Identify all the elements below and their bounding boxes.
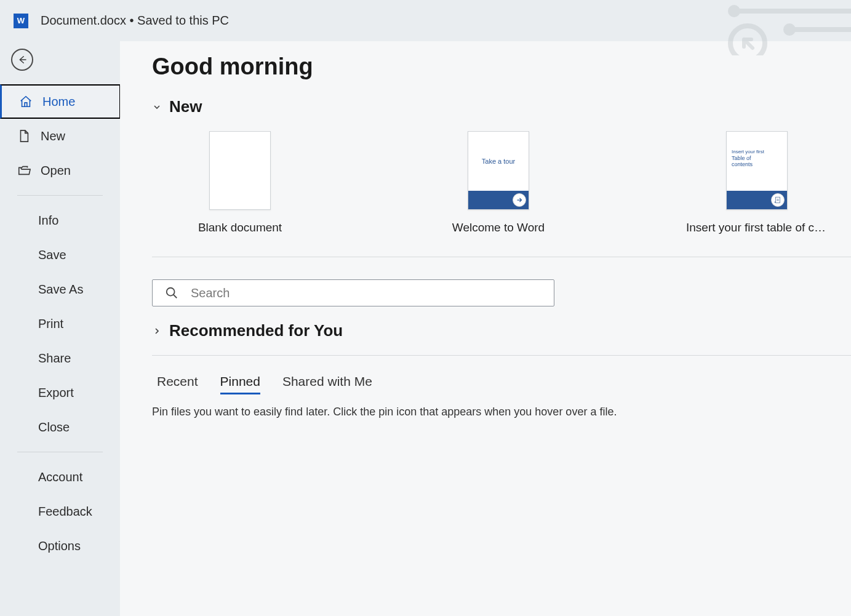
title-bar: W Document.docx • Saved to this PC — [0, 0, 851, 41]
decorative-lines-icon — [666, 0, 851, 55]
sidebar-item-open[interactable]: Open — [0, 153, 120, 188]
new-document-icon — [17, 129, 31, 143]
chevron-down-icon — [152, 102, 162, 112]
document-tabs: Recent Pinned Shared with Me — [152, 374, 851, 394]
sidebar-item-label: Close — [38, 420, 70, 434]
folder-open-icon — [17, 164, 31, 177]
word-app-icon: W — [14, 14, 28, 28]
sidebar-item-home[interactable]: Home — [0, 84, 121, 119]
main-content: Good morning New Blank document — [120, 41, 851, 616]
backstage-sidebar: Home New Open Info Save Save As Print Sh… — [0, 41, 120, 616]
template-blank-document[interactable]: Blank document — [169, 131, 311, 234]
new-section-toggle[interactable]: New — [152, 97, 851, 116]
sidebar-item-info[interactable]: Info — [0, 203, 120, 238]
template-thumb-text: contents — [732, 161, 782, 168]
document-title: Document.docx • Saved to this PC — [41, 14, 229, 28]
recommended-section-toggle[interactable]: Recommended for You — [152, 321, 851, 340]
tab-label: Shared with Me — [282, 374, 372, 388]
template-table-of-contents[interactable]: Insert your first Table of contents Inse… — [686, 131, 828, 234]
sidebar-item-account[interactable]: Account — [0, 460, 120, 494]
template-label: Insert your first table of co… — [686, 221, 828, 234]
section-divider — [152, 355, 851, 356]
sidebar-item-options[interactable]: Options — [0, 529, 120, 563]
sidebar-item-print[interactable]: Print — [0, 306, 120, 341]
arrow-left-icon — [17, 54, 28, 65]
sidebar-item-label: Options — [38, 539, 81, 553]
template-thumb-text: Table of — [732, 155, 782, 162]
chevron-right-icon — [152, 326, 162, 336]
sidebar-item-label: Open — [41, 164, 71, 178]
sidebar-item-label: Print — [38, 317, 63, 331]
sidebar-item-close[interactable]: Close — [0, 410, 120, 444]
sidebar-item-label: Account — [38, 470, 82, 484]
template-label: Welcome to Word — [452, 221, 545, 234]
sidebar-item-label: Export — [38, 386, 74, 400]
search-input[interactable] — [191, 286, 541, 300]
svg-point-6 — [167, 288, 175, 296]
document-arrow-icon — [771, 193, 785, 207]
template-thumb-text: Take a tour — [468, 132, 529, 191]
tab-label: Pinned — [220, 374, 260, 388]
sidebar-item-label: Save As — [38, 282, 83, 297]
template-welcome-to-word[interactable]: Take a tour Welcome to Word — [428, 131, 569, 234]
back-button[interactable] — [11, 49, 33, 71]
sidebar-divider — [17, 195, 103, 196]
arrow-right-circle-icon — [513, 193, 526, 207]
sidebar-item-feedback[interactable]: Feedback — [0, 494, 120, 529]
svg-line-7 — [174, 295, 177, 298]
home-icon — [19, 95, 33, 108]
tab-shared-with-me[interactable]: Shared with Me — [282, 374, 372, 394]
sidebar-item-save-as[interactable]: Save As — [0, 272, 120, 306]
sidebar-item-share[interactable]: Share — [0, 341, 120, 375]
sidebar-item-label: Info — [38, 214, 58, 228]
sidebar-item-export[interactable]: Export — [0, 375, 120, 410]
pinned-empty-hint: Pin files you want to easily find later.… — [152, 406, 851, 418]
sidebar-item-new[interactable]: New — [0, 119, 120, 153]
template-thumbnail: Take a tour — [468, 131, 529, 210]
sidebar-item-label: Share — [38, 351, 71, 366]
tab-label: Recent — [157, 374, 198, 388]
word-app-letter: W — [17, 16, 25, 25]
section-divider — [152, 257, 851, 257]
tab-pinned[interactable]: Pinned — [220, 374, 260, 394]
recommended-heading: Recommended for You — [169, 321, 343, 340]
greeting-heading: Good morning — [152, 54, 851, 80]
search-icon — [165, 286, 178, 300]
svg-rect-5 — [776, 197, 780, 202]
sidebar-item-save[interactable]: Save — [0, 238, 120, 272]
sidebar-item-label: Feedback — [38, 505, 92, 519]
sidebar-item-label: Save — [38, 248, 66, 262]
template-thumb-text: Insert your first — [732, 149, 782, 155]
tab-recent[interactable]: Recent — [157, 374, 198, 394]
template-label: Blank document — [198, 221, 282, 234]
template-gallery: Blank document Take a tour Welco — [152, 131, 851, 234]
template-thumbnail: Insert your first Table of contents — [726, 131, 788, 210]
sidebar-item-label: Home — [42, 95, 75, 109]
sidebar-divider — [17, 452, 103, 452]
search-box[interactable] — [152, 279, 554, 306]
new-section-heading: New — [169, 97, 202, 116]
template-thumbnail — [209, 131, 271, 210]
sidebar-item-label: New — [41, 129, 65, 143]
